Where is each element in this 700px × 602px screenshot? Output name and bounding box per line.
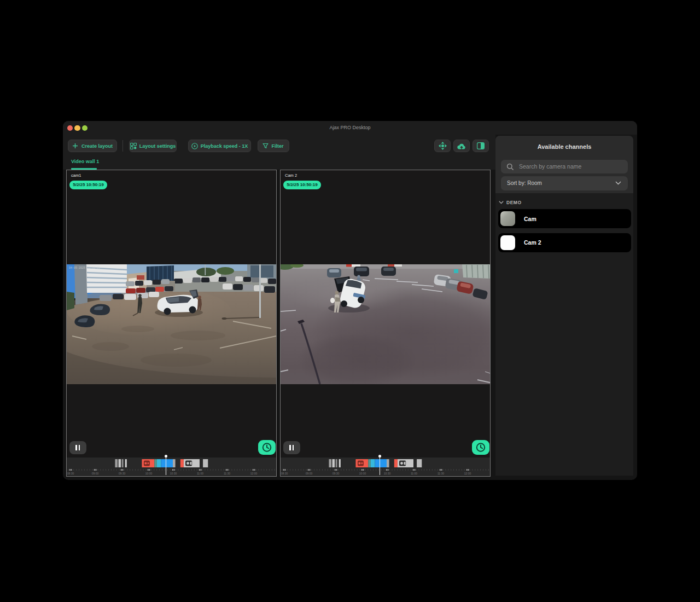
svg-text:08:30: 08:30 — [67, 472, 74, 475]
svg-text:09:30: 09:30 — [332, 472, 340, 475]
svg-text:11:30: 11:30 — [438, 472, 444, 475]
svg-text:11:00: 11:00 — [411, 472, 417, 475]
svg-text:10:00: 10:00 — [145, 472, 153, 475]
svg-text:12:00: 12:00 — [250, 472, 258, 475]
svg-text:09:00: 09:00 — [306, 472, 313, 475]
svg-text:04-05-2025 10:50:19: 04-05-2025 10:50:19 — [69, 267, 100, 270]
svg-text:10:30: 10:30 — [384, 472, 391, 475]
svg-text:09:30: 09:30 — [119, 472, 126, 475]
svg-text:08:30: 08:30 — [281, 472, 288, 475]
svg-text:09:00: 09:00 — [92, 472, 99, 475]
svg-text:11:00: 11:00 — [197, 472, 203, 475]
svg-text:10:30: 10:30 — [170, 472, 177, 475]
svg-text:12:00: 12:00 — [464, 472, 471, 475]
svg-text:10:00: 10:00 — [359, 472, 366, 475]
svg-text:11:30: 11:30 — [224, 472, 230, 475]
